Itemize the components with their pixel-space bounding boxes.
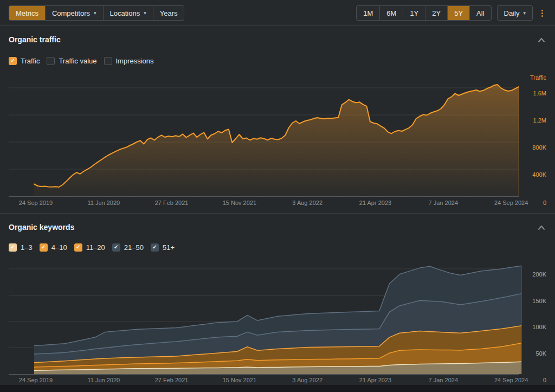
checkbox-box-1-3[interactable]: ✓ xyxy=(9,243,17,252)
toolbar-divider xyxy=(0,25,555,26)
checkbox-impressions[interactable]: Impressions xyxy=(104,57,154,65)
toolbar-right: 1M6M1Y2Y5YAll Daily ▾ xyxy=(356,5,546,21)
checkbox-label: 11–20 xyxy=(86,243,105,252)
traffic-x-axis-tick: 21 Apr 2023 xyxy=(359,200,391,206)
traffic-checkbox-row: ✓TrafficTraffic valueImpressions xyxy=(9,56,154,65)
checkbox-box-traffic-value[interactable] xyxy=(47,57,55,65)
checkbox-1-3[interactable]: ✓1–3 xyxy=(9,243,33,252)
range-button-label: 5Y xyxy=(454,9,463,17)
tab-years[interactable]: Years xyxy=(153,6,184,20)
date-range-group: 1M6M1Y2Y5YAll xyxy=(356,5,491,21)
keywords-x-axis-tick: 24 Sep 2024 xyxy=(494,377,528,383)
traffic-x-axis-tick: 15 Nov 2021 xyxy=(223,200,256,206)
traffic-x-axis-tick: 24 Sep 2019 xyxy=(19,200,53,206)
organic-traffic-title: Organic traffic xyxy=(9,35,61,44)
granularity-dropdown[interactable]: Daily ▾ xyxy=(497,5,533,21)
keywords-x-axis-tick: 21 Apr 2023 xyxy=(359,377,391,383)
checkbox-label: Traffic value xyxy=(59,57,96,65)
app-root: MetricsCompetitors▾Locations▾Years 1M6M1… xyxy=(0,0,555,392)
traffic-x-axis-tick: 11 Jun 2020 xyxy=(87,200,120,206)
kebab-menu-button[interactable] xyxy=(538,7,546,20)
checkbox-21-50[interactable]: ✓21–50 xyxy=(112,243,144,252)
traffic-x-axis-tick: 3 Aug 2022 xyxy=(292,200,322,206)
chevron-down-icon: ▾ xyxy=(523,11,526,16)
checkbox-box-4-10[interactable]: ✓ xyxy=(40,243,48,252)
range-button-6m[interactable]: 6M xyxy=(379,6,403,20)
traffic-x-axis-tick: 24 Sep 2024 xyxy=(494,200,528,206)
collapse-traffic-icon[interactable] xyxy=(537,36,546,44)
keywords-x-axis-tick: 24 Sep 2019 xyxy=(19,377,53,383)
tab-competitors[interactable]: Competitors▾ xyxy=(45,6,103,20)
keywords-x-axis-tick: 27 Feb 2021 xyxy=(155,377,189,383)
keywords-y-tick: 200K xyxy=(514,271,546,278)
organic-keywords-title: Organic keywords xyxy=(9,223,74,232)
range-button-2y[interactable]: 2Y xyxy=(425,6,447,20)
keywords-x-axis-tick: 3 Aug 2022 xyxy=(292,377,322,383)
checkbox-box-51plus[interactable]: ✓ xyxy=(151,243,159,252)
keywords-x-axis-tick: 15 Nov 2021 xyxy=(223,377,256,383)
checkbox-51plus[interactable]: ✓51+ xyxy=(151,243,175,252)
traffic-zero-label: 0 xyxy=(539,200,546,206)
keywords-x-axis-tick: 11 Jun 2020 xyxy=(87,377,120,383)
checkbox-label: 51+ xyxy=(163,243,175,252)
keywords-checkbox-row: ✓1–3✓4–10✓11–20✓21–50✓51+ xyxy=(9,243,175,252)
chevron-down-icon: ▾ xyxy=(144,11,146,16)
checkbox-label: 1–3 xyxy=(21,243,33,252)
traffic-y-tick: 1.2M xyxy=(514,117,546,124)
checkbox-box-traffic[interactable]: ✓ xyxy=(9,57,17,65)
keywords-y-tick: 150K xyxy=(514,298,546,304)
traffic-y-tick: 800K xyxy=(514,144,546,151)
keywords-x-axis-tick: 7 Jan 2024 xyxy=(429,377,458,383)
chevron-down-icon: ▾ xyxy=(94,11,96,16)
checkbox-traffic[interactable]: ✓Traffic xyxy=(9,57,40,65)
checkbox-traffic-value[interactable]: Traffic value xyxy=(47,57,96,65)
organic-keywords-chart[interactable] xyxy=(0,264,555,375)
section-divider xyxy=(0,213,555,214)
keywords-y-tick: 50K xyxy=(514,350,546,357)
range-button-label: All xyxy=(476,9,484,17)
toolbar: MetricsCompetitors▾Locations▾Years 1M6M1… xyxy=(9,5,546,21)
keywords-zero-label: 0 xyxy=(539,377,546,383)
tab-label: Metrics xyxy=(16,9,38,17)
tab-label: Locations xyxy=(110,9,140,17)
range-button-1y[interactable]: 1Y xyxy=(403,6,425,20)
tab-label: Years xyxy=(160,9,178,17)
tab-label: Competitors xyxy=(52,9,90,17)
tab-metrics[interactable]: Metrics xyxy=(9,6,45,20)
checkbox-label: 21–50 xyxy=(124,243,144,252)
traffic-axis-title: Traffic xyxy=(514,74,546,81)
tab-locations[interactable]: Locations▾ xyxy=(103,6,153,20)
collapse-keywords-icon[interactable] xyxy=(537,223,546,232)
traffic-x-axis-tick: 27 Feb 2021 xyxy=(155,200,189,206)
range-button-all[interactable]: All xyxy=(469,6,491,20)
range-button-label: 6M xyxy=(386,9,396,17)
traffic-y-tick: 400K xyxy=(514,171,546,178)
range-button-1m[interactable]: 1M xyxy=(357,6,379,20)
granularity-label: Daily xyxy=(504,9,520,17)
checkbox-label: Impressions xyxy=(116,57,154,65)
checkbox-11-20[interactable]: ✓11–20 xyxy=(74,243,105,252)
checkbox-label: Traffic xyxy=(21,57,40,65)
range-button-5y[interactable]: 5Y xyxy=(447,6,469,20)
checkbox-4-10[interactable]: ✓4–10 xyxy=(40,243,67,252)
keywords-y-tick: 100K xyxy=(514,324,546,330)
metrics-tab-group: MetricsCompetitors▾Locations▾Years xyxy=(9,5,184,21)
checkbox-box-21-50[interactable]: ✓ xyxy=(112,243,120,252)
range-button-label: 1M xyxy=(363,9,373,17)
bottom-strip xyxy=(0,385,555,392)
traffic-y-tick: 1.6M xyxy=(514,90,546,97)
organic-traffic-chart[interactable] xyxy=(0,76,555,198)
range-button-label: 1Y xyxy=(410,9,418,17)
traffic-x-axis-tick: 7 Jan 2024 xyxy=(429,200,458,206)
checkbox-box-impressions[interactable] xyxy=(104,57,112,65)
checkbox-box-11-20[interactable]: ✓ xyxy=(74,243,82,252)
range-button-label: 2Y xyxy=(432,9,441,17)
checkbox-label: 4–10 xyxy=(51,243,67,252)
